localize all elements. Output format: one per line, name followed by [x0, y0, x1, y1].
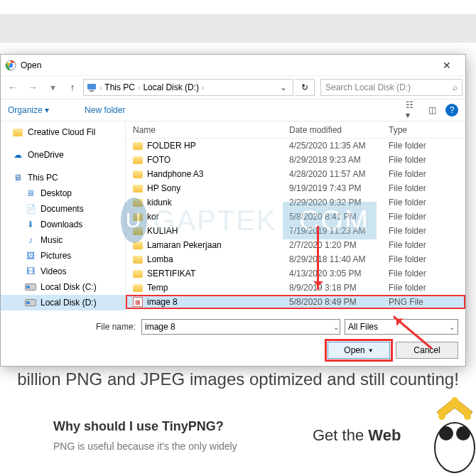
- file-row[interactable]: Temp 8/9/2019 3:18 PM File folder: [126, 281, 465, 295]
- sidebar-item[interactable]: ☁ OneDrive: [1, 147, 125, 163]
- svg-point-1: [439, 426, 453, 440]
- file-row[interactable]: Lomba 8/29/2018 11:40 AM File folder: [126, 252, 465, 266]
- file-date: 4/28/2020 11:57 AM: [289, 169, 389, 179]
- downloads-icon: ⬇: [25, 219, 36, 230]
- docs-icon: 📄: [25, 203, 36, 215]
- file-row[interactable]: HP Sony 9/19/2019 7:43 PM File folder: [126, 181, 465, 195]
- chevron-right-icon: ›: [202, 84, 204, 92]
- pc-icon: [87, 82, 97, 92]
- filename-input[interactable]: [141, 319, 340, 335]
- file-type: File folder: [389, 269, 465, 278]
- folder-icon: [133, 142, 143, 150]
- music-icon: ♪: [25, 234, 36, 246]
- file-name: HP Sony: [147, 183, 180, 193]
- sidebar-item[interactable]: Local Disk (C:): [1, 279, 125, 295]
- folder-icon: [133, 270, 143, 278]
- address-bar[interactable]: › This PC › Local Disk (D:) › ⌄: [83, 79, 293, 96]
- file-type: File folder: [389, 240, 465, 250]
- file-name: kor: [147, 212, 159, 222]
- up-button[interactable]: ↑: [63, 78, 82, 97]
- panda-image: [426, 384, 476, 476]
- folder-icon: [133, 156, 143, 164]
- column-headers[interactable]: Name Date modified Type: [126, 121, 465, 139]
- disk-icon: [25, 281, 36, 293]
- chevron-right-icon: ›: [138, 84, 140, 92]
- col-date[interactable]: Date modified: [289, 125, 389, 135]
- new-folder-button[interactable]: New folder: [85, 105, 125, 115]
- sidebar-item-label: Creative Cloud Fil: [28, 127, 95, 137]
- svg-point-2: [456, 426, 470, 440]
- file-name: image 8: [147, 297, 178, 307]
- sidebar-item-label: Videos: [40, 266, 66, 276]
- file-row[interactable]: FOTO 8/29/2018 9:23 AM File folder: [126, 153, 465, 167]
- file-date: 9/19/2019 7:43 PM: [289, 183, 389, 193]
- file-row[interactable]: Handphone A3 4/28/2020 11:57 AM File fol…: [126, 167, 465, 181]
- file-row[interactable]: FOLDER HP 4/25/2020 11:35 AM File folder: [126, 139, 465, 153]
- sidebar-item-label: Desktop: [40, 188, 72, 198]
- chrome-icon: [5, 60, 16, 71]
- path-drive[interactable]: Local Disk (D:): [143, 82, 199, 92]
- file-date: 2/29/2020 9:32 PM: [289, 198, 389, 207]
- refresh-button[interactable]: ↻: [295, 79, 315, 96]
- file-row[interactable]: Lamaran Pekerjaan 2/7/2020 1:20 PM File …: [126, 238, 465, 252]
- folder-icon: [133, 171, 143, 178]
- sidebar-item[interactable]: ♪ Music: [1, 232, 125, 248]
- sidebar-item[interactable]: 📄 Documents: [1, 201, 125, 217]
- file-name: FOLDER HP: [147, 141, 196, 151]
- search-input[interactable]: Search Local Disk (D:) ⌕: [320, 79, 463, 96]
- sidebar-item[interactable]: Local Disk (D:): [1, 295, 125, 310]
- svg-point-3: [438, 413, 445, 420]
- file-name: Temp: [147, 283, 168, 293]
- open-button[interactable]: Open ▼: [328, 342, 390, 359]
- help-icon[interactable]: ?: [445, 104, 458, 117]
- forward-button[interactable]: →: [23, 78, 42, 97]
- file-row[interactable]: ▦image 8 5/8/2020 8:49 PM PNG File: [126, 295, 465, 309]
- cloud-icon: ☁: [12, 149, 23, 161]
- path-this-pc[interactable]: This PC: [104, 82, 135, 92]
- file-name: kidunk: [147, 198, 172, 207]
- sidebar-item[interactable]: 🖥 Desktop: [1, 185, 125, 201]
- file-row[interactable]: KULIAH 7/19/2019 11:23 AM File folder: [126, 224, 465, 238]
- file-row[interactable]: SERTIFIKAT 4/13/2020 3:05 PM File folder: [126, 266, 465, 281]
- file-name: Lamaran Pekerjaan: [147, 240, 222, 250]
- pictures-icon: 🖼: [25, 250, 36, 261]
- titlebar: Open ✕: [1, 55, 465, 76]
- close-button[interactable]: ✕: [433, 60, 461, 71]
- folder-icon: [133, 213, 143, 221]
- file-date: 4/13/2020 3:05 PM: [289, 269, 389, 278]
- file-row[interactable]: kidunk 2/29/2020 9:32 PM File folder: [126, 195, 465, 210]
- sidebar-item-label: Local Disk (D:): [40, 298, 97, 308]
- file-type: File folder: [389, 254, 465, 264]
- col-type[interactable]: Type: [389, 125, 465, 135]
- svg-point-5: [464, 413, 471, 420]
- back-button[interactable]: ←: [4, 78, 22, 97]
- png-useful-text: PNG is useful because it's the only wide…: [53, 440, 237, 452]
- cancel-button[interactable]: Cancel: [396, 342, 458, 359]
- file-list: Name Date modified Type FOLDER HP 4/25/2…: [125, 121, 465, 313]
- path-dropdown[interactable]: ⌄: [277, 82, 290, 92]
- sidebar-item[interactable]: 🖥 This PC: [1, 170, 125, 185]
- svg-point-4: [451, 397, 458, 404]
- file-name: Lomba: [147, 254, 173, 264]
- videos-icon: 🎞: [25, 266, 36, 277]
- col-name[interactable]: Name: [133, 125, 289, 135]
- why-heading: Why should I use TinyPNG?: [53, 419, 224, 434]
- sidebar-item[interactable]: Creative Cloud Fil: [1, 124, 125, 140]
- search-icon: ⌕: [453, 82, 458, 92]
- billion-text: billion PNG and JPEG images optimized an…: [0, 369, 476, 389]
- preview-pane-icon[interactable]: ◫: [426, 104, 438, 117]
- folder-icon: [133, 227, 143, 235]
- file-type: File folder: [389, 212, 465, 222]
- file-type-filter[interactable]: All Files⌄: [345, 319, 458, 335]
- sidebar-item-label: Documents: [40, 204, 84, 214]
- svg-rect-8: [87, 84, 96, 90]
- recent-dropdown[interactable]: ▾: [43, 78, 62, 97]
- sidebar-item[interactable]: 🎞 Videos: [1, 264, 125, 279]
- file-row[interactable]: kor 5/8/2020 8:41 PM File folder: [126, 210, 465, 224]
- sidebar-item[interactable]: 🖼 Pictures: [1, 248, 125, 264]
- view-options-icon[interactable]: ☷ ▾: [406, 104, 418, 117]
- sidebar-item[interactable]: ⬇ Downloads: [1, 217, 125, 232]
- organize-menu[interactable]: Organize ▾: [8, 105, 49, 115]
- sidebar-item-label: This PC: [28, 173, 58, 183]
- disk-icon: [25, 297, 36, 308]
